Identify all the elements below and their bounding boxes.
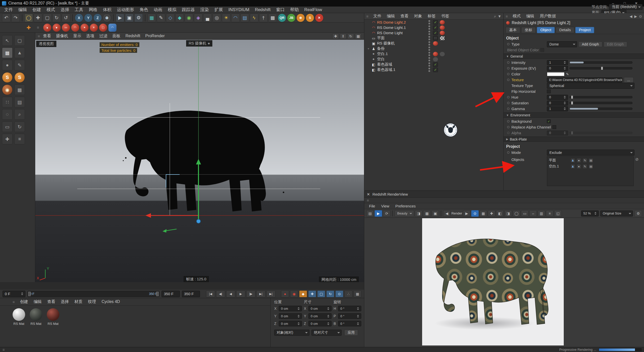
browse-texture-button[interactable]: ... bbox=[624, 77, 633, 83]
menu-item[interactable]: 跟踪器 bbox=[179, 7, 197, 12]
marquee-tool[interactable]: ▢ bbox=[14, 35, 25, 46]
backplate-section-bar[interactable]: ▶Back-Plate bbox=[504, 137, 644, 142]
grip-handle[interactable]: ≡ bbox=[14, 134, 25, 144]
separator[interactable] bbox=[22, 14, 22, 21]
deformer-button[interactable]: ◈ bbox=[194, 14, 203, 22]
clay-pot-button[interactable]: ◉ bbox=[2, 84, 13, 95]
object-tag[interactable]: ✓ bbox=[433, 68, 438, 72]
hierarchy-icon[interactable]: ▤ bbox=[589, 158, 593, 163]
visibility-dots[interactable] bbox=[427, 41, 431, 46]
material-thumbnail[interactable] bbox=[30, 308, 42, 321]
object-tag[interactable] bbox=[440, 52, 445, 56]
pen-tool-button[interactable]: ✎ bbox=[14, 60, 25, 70]
dither-icon[interactable]: ▩ bbox=[423, 210, 431, 217]
panel-grip-icon[interactable]: ≡ bbox=[13, 300, 15, 304]
s-badge-button[interactable]: S bbox=[306, 14, 314, 22]
sphere-icon[interactable]: ● bbox=[577, 164, 581, 169]
object-name[interactable]: RS 摄像机 bbox=[377, 41, 426, 46]
viewport-menu-item[interactable]: 过滤 bbox=[97, 33, 110, 38]
visibility-dots[interactable] bbox=[427, 31, 431, 35]
point-mode-button[interactable]: ∷ bbox=[2, 97, 13, 107]
next-key-button[interactable]: ▶| bbox=[256, 290, 265, 297]
object-name[interactable]: 空白 bbox=[377, 57, 426, 62]
menu-item[interactable]: 窗口 bbox=[273, 7, 288, 12]
scale-tool[interactable]: ▢ bbox=[43, 14, 52, 22]
apply-button[interactable]: 应用 bbox=[344, 330, 358, 336]
volume-builder-button[interactable]: ◆ bbox=[175, 14, 184, 22]
row-rs-dome-light[interactable]: ◠ RS Dome Light ✓ bbox=[364, 30, 503, 35]
move-view-tool[interactable]: ✚ bbox=[2, 134, 13, 144]
row-rs-dome-light-2[interactable]: ◠ RS Dome Light.2 ✓ bbox=[364, 20, 503, 25]
figure-icon[interactable]: ♟ bbox=[571, 164, 575, 169]
om-menu-item[interactable]: 书签 bbox=[438, 14, 452, 18]
ab-compare-icon[interactable]: ◯ bbox=[513, 210, 520, 217]
menu-item[interactable]: 选择 bbox=[58, 7, 72, 12]
goto-start-button[interactable]: |◀ bbox=[206, 290, 215, 297]
play-button[interactable]: ▶ bbox=[236, 290, 245, 297]
prev-key-button[interactable]: ◀| bbox=[216, 290, 225, 297]
range-end-handle[interactable] bbox=[156, 292, 159, 296]
row-plane[interactable]: ▭ 平面 ∷ bbox=[364, 35, 503, 41]
visibility-dots[interactable] bbox=[427, 52, 431, 56]
aov-icon[interactable]: ◨ bbox=[415, 210, 422, 217]
current-frame-field[interactable]: 0 F bbox=[3, 291, 25, 297]
move-tool[interactable]: ✚ bbox=[34, 14, 42, 22]
row-shader-field-1[interactable]: ◧ 着色器域.1 ✓ bbox=[364, 67, 503, 72]
menu-item[interactable]: 帮助 bbox=[288, 7, 302, 12]
undo-button[interactable]: ↶ bbox=[2, 14, 11, 22]
replace-alpha-checkbox[interactable] bbox=[552, 125, 556, 129]
saturation-slider[interactable] bbox=[570, 102, 632, 104]
flip-horizontal-checkbox[interactable] bbox=[547, 90, 551, 93]
pen-spline-button[interactable]: ✎ bbox=[157, 14, 165, 22]
camera-button[interactable]: ◎ bbox=[213, 14, 221, 22]
material-menu-item[interactable]: 创建 bbox=[17, 299, 31, 304]
color-swatch[interactable] bbox=[547, 72, 565, 76]
object-tag[interactable]: ✓ bbox=[433, 25, 438, 30]
record-pla-toggle[interactable]: ∴ bbox=[344, 290, 352, 297]
object-tag[interactable]: ✓ bbox=[433, 20, 438, 25]
snapshot-icon[interactable]: ▦ bbox=[479, 210, 487, 217]
snapshot-prev-icon[interactable]: ◀ bbox=[443, 210, 451, 217]
object-tag[interactable] bbox=[433, 57, 438, 62]
row-rs-dome-light-1[interactable]: ◠ RS Dome Light.1 ✓ bbox=[364, 25, 503, 30]
visibility-dots[interactable] bbox=[427, 47, 431, 51]
intensity-slider[interactable] bbox=[570, 61, 632, 64]
row-backup[interactable]: + ♟ 备份 bbox=[364, 46, 503, 51]
sculpt-badge-1[interactable]: S bbox=[2, 72, 13, 83]
visibility-dots[interactable] bbox=[427, 68, 431, 72]
end-frame-field[interactable]: 350 F bbox=[162, 291, 180, 297]
material-menu-item[interactable]: 选择 bbox=[58, 299, 72, 304]
object-tag[interactable] bbox=[440, 25, 445, 30]
menu-item[interactable]: 模式 bbox=[44, 7, 58, 12]
coord-mode-dropdown[interactable]: 对象(相对) bbox=[274, 330, 309, 336]
menu-item[interactable]: 角色 bbox=[137, 7, 151, 12]
light-button[interactable]: ☀ bbox=[222, 14, 230, 22]
om-menu-item[interactable]: 文件 bbox=[371, 14, 384, 18]
rs-point-light-button[interactable]: ● bbox=[43, 24, 51, 32]
next-frame-button[interactable]: |▶ bbox=[246, 290, 255, 297]
qr-badge-button[interactable]: QR bbox=[278, 14, 286, 22]
plane-primitive-button[interactable]: ▭ bbox=[2, 121, 13, 132]
prev-frame-button[interactable]: ◀ bbox=[226, 290, 235, 297]
position-y-field[interactable]: 0 cm bbox=[279, 313, 302, 319]
crop-icon[interactable]: ▣ bbox=[431, 210, 439, 217]
add-plus-button[interactable]: ✚ bbox=[25, 24, 33, 32]
menu-item[interactable]: RealFlow bbox=[302, 7, 325, 12]
rs-ies-light-button[interactable]: ✦ bbox=[80, 24, 89, 32]
type-dropdown[interactable]: Dome bbox=[547, 41, 577, 47]
material-thumbnail[interactable] bbox=[13, 308, 25, 321]
mode-dropdown[interactable]: Exclude bbox=[547, 150, 634, 156]
environment-section-bar[interactable]: ▼Environment bbox=[504, 112, 644, 118]
viewport-menu-item[interactable]: 选项 bbox=[84, 33, 97, 38]
material-menu-item[interactable]: 纹理 bbox=[85, 299, 99, 304]
lock-render-button[interactable]: ⊙ bbox=[471, 210, 479, 217]
viewport-menu-item[interactable]: Redshift bbox=[123, 33, 143, 38]
panel-grip-icon[interactable]: ≡ bbox=[38, 34, 40, 38]
object-tag[interactable] bbox=[440, 47, 445, 51]
om-menu-item[interactable]: 对象 bbox=[411, 14, 425, 18]
snapshot-next-icon[interactable]: ▶ bbox=[463, 210, 470, 217]
am-menu-item[interactable]: 用户数据 bbox=[537, 14, 559, 18]
separator[interactable] bbox=[392, 210, 393, 216]
coordinate-system-button[interactable]: ⊕ bbox=[103, 14, 111, 22]
object-tag[interactable] bbox=[433, 41, 438, 46]
